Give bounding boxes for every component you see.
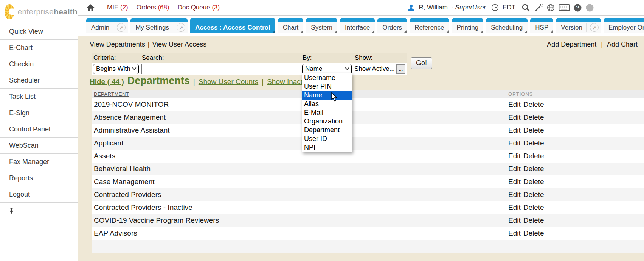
table-row[interactable]: EAP AdvisorsEditDelete [92,227,644,240]
tab-my-settings[interactable]: My Settings↗ [130,18,188,33]
tab-scheduling[interactable]: Scheduling [486,18,528,33]
tab-chart[interactable]: Chart [278,18,304,33]
language-button[interactable] [546,3,555,12]
delete-link[interactable]: Delete [523,113,544,122]
table-row[interactable]: Administrative AssistantEditDelete [92,124,644,137]
sidebar-item-e-sign[interactable]: E-Sign [0,105,78,121]
delete-link[interactable]: Delete [523,126,544,134]
edit-link[interactable]: Edit [508,203,521,212]
chevron-down-icon [345,66,349,70]
tab-version[interactable]: Version↗ [556,18,601,33]
nav-mie[interactable]: MIE (2) [107,4,128,11]
table-row[interactable]: AssetsEditDelete [92,150,644,163]
by-option-organization[interactable]: Organization [302,117,352,126]
delete-link[interactable]: Delete [523,165,544,173]
table-row[interactable]: Absence ManagementEditDelete [92,111,644,124]
sidebar-item-fax-manager[interactable]: Fax Manager [0,154,78,170]
tab-reference[interactable]: Reference [410,18,449,33]
add-chart-link[interactable]: Add Chart [607,41,638,48]
view-departments-link[interactable]: View Departments [90,41,145,48]
tab-label: HSP [535,24,548,31]
edit-link[interactable]: Edit [508,126,521,134]
by-option-name[interactable]: Name [302,91,352,100]
delete-link[interactable]: Delete [523,139,544,147]
show-user-counts-link[interactable]: Show User Counts [199,78,258,86]
search-button[interactable] [521,3,531,13]
open-new-window-icon[interactable]: ↗ [586,23,599,32]
delete-link[interactable]: Delete [523,178,544,186]
delete-link[interactable]: Delete [523,216,544,225]
delete-link[interactable]: Delete [523,191,544,199]
home-button[interactable] [86,3,95,12]
tab-orders[interactable]: Orders [377,18,407,33]
by-option-npi[interactable]: NPI [302,143,352,152]
table-row[interactable]: Contracted ProvidersEditDelete [92,188,644,201]
nav-mie-label: MIE [107,4,118,11]
edit-link[interactable]: Edit [508,100,521,109]
by-option-alias[interactable]: Alias [302,100,352,108]
sidebar-item-logout[interactable]: Logout [0,186,78,203]
by-option-user-pin[interactable]: User PIN [302,82,352,91]
by-option-user-id[interactable]: User ID [302,134,352,143]
open-new-window-icon[interactable]: ↗ [173,23,185,32]
help-button[interactable]: ? [573,3,582,12]
sidebar-item-task-list[interactable]: Task List [0,89,78,105]
edit-link[interactable]: Edit [508,113,521,122]
tab-hsp[interactable]: HSP [530,18,553,33]
go-button[interactable]: Go! [411,57,432,69]
sidebar-item-quick-view[interactable]: Quick View [0,23,78,40]
delete-link[interactable]: Delete [523,152,544,160]
sidebar-item-scheduler[interactable]: Scheduler [0,72,78,89]
by-select-value: Name [305,65,322,73]
department-column-header[interactable]: DEPARTMENT [94,91,129,97]
tab-interface[interactable]: Interface [340,18,375,33]
status-circle[interactable] [585,3,594,12]
table-row[interactable]: ApplicantEditDelete [92,137,644,150]
by-option-email[interactable]: E-Mail [302,108,352,117]
edit-link[interactable]: Edit [508,139,521,147]
search-input[interactable] [141,64,299,74]
show-filter-more-button[interactable]: ... [396,64,405,74]
edit-link[interactable]: Edit [508,229,521,238]
tab-access-control[interactable]: Access : Access Control [190,18,275,33]
show-filter-value[interactable]: Show Active... [354,65,395,73]
sidebar-item-checkin[interactable]: Checkin [0,56,78,72]
nav-orders[interactable]: Orders (68) [137,4,169,11]
criteria-select[interactable]: Begins With [93,64,139,74]
sidebar-item-webscan[interactable]: WebScan [0,138,78,154]
edit-link[interactable]: Edit [508,216,521,225]
tab-printing[interactable]: Printing [452,18,484,33]
sidebar-item-reports[interactable]: Reports [0,170,78,186]
sidebar-pin-toggle[interactable] [0,203,78,219]
table-row[interactable]: Case ManagementEditDelete [92,175,644,188]
delete-link[interactable]: Delete [523,229,544,238]
table-row[interactable]: Contracted Providers - InactiveEditDelet… [92,201,644,214]
open-new-window-icon[interactable]: ↗ [113,23,126,32]
hide-count-link[interactable]: Hide ( 44 ) [90,78,124,86]
tab-admin[interactable]: Admin↗ [86,18,128,33]
clock-icon[interactable] [491,3,499,12]
add-department-link[interactable]: Add Department [547,41,596,48]
delete-link[interactable]: Delete [523,100,544,109]
by-select[interactable]: Name [302,64,352,74]
view-user-access-link[interactable]: View User Access [152,41,206,48]
sidebar-item-control-panel[interactable]: Control Panel [0,121,78,138]
table-row[interactable]: COVID-19 Vaccine Program ReviewersEditDe… [92,214,644,227]
delete-link[interactable]: Delete [523,203,544,212]
user-name[interactable]: R, William - SuperUser [419,4,486,11]
edit-link[interactable]: Edit [508,165,521,173]
by-option-username[interactable]: Username [302,73,352,82]
keyboard-button[interactable] [559,3,570,12]
by-option-department[interactable]: Department [302,126,352,134]
quick-actions-button[interactable] [534,3,543,12]
sidebar-item-e-chart[interactable]: E-Chart [0,40,78,56]
table-row[interactable]: 2019-NCOV MONITOREditDelete [92,98,644,111]
tab-submenu-indicator [372,30,374,33]
table-row[interactable]: Behavioral HealthEditDelete [92,163,644,175]
tab-system[interactable]: System [306,18,337,33]
nav-doc-queue[interactable]: Doc Queue (3) [178,4,220,11]
tab-employer-organizations[interactable]: Employer Orga [604,18,644,33]
edit-link[interactable]: Edit [508,178,521,186]
edit-link[interactable]: Edit [508,152,521,160]
edit-link[interactable]: Edit [508,191,521,199]
